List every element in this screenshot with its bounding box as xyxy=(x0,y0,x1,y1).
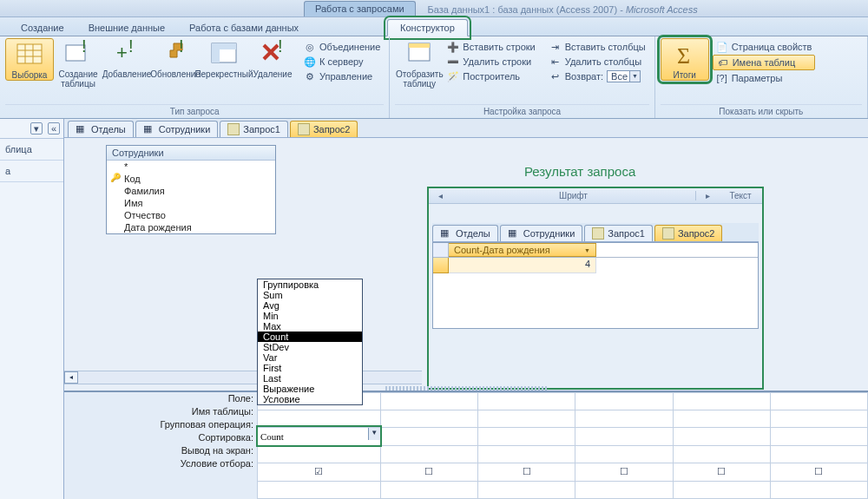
result-tab-query2[interactable]: Запрос2 xyxy=(654,225,723,241)
doc-tab-query1[interactable]: Запрос1 xyxy=(220,121,288,137)
doc-tab-otdely[interactable]: ▦Отделы xyxy=(68,121,134,137)
nav-dropdown-icon[interactable]: ▾ xyxy=(30,122,43,135)
window-title: База данных1 : база данных (Access 2007)… xyxy=(428,4,698,16)
insert-cols-button[interactable]: ⇥Вставить столбцы xyxy=(546,40,649,54)
prop-sheet-button[interactable]: 📄Страница свойств xyxy=(713,40,816,54)
tab-external-data[interactable]: Внешние данные xyxy=(76,20,177,36)
field-familia[interactable]: Фамилия xyxy=(107,185,275,197)
agg-opt-avg[interactable]: Avg xyxy=(258,300,362,311)
scroll-left-icon[interactable]: ◂ xyxy=(64,371,78,384)
delete-rows-button[interactable]: ➖Удалить строки xyxy=(444,55,538,69)
builder-button[interactable]: 🪄Построитель xyxy=(444,69,538,83)
return-combo[interactable]: Все ▼ xyxy=(607,70,641,82)
totals-button[interactable]: Σ Итоги xyxy=(661,38,709,81)
svg-text:!: ! xyxy=(278,40,283,56)
params-button[interactable]: [?]Параметры xyxy=(713,71,816,85)
result-column-header[interactable]: Count-Дата рождения▼ xyxy=(449,243,596,257)
field-star[interactable]: * xyxy=(107,161,275,173)
overflow-right-icon[interactable]: ▸ xyxy=(696,191,719,200)
groupop-input[interactable] xyxy=(259,430,379,442)
doc-tab-query2[interactable]: Запрос2 xyxy=(290,121,358,137)
result-tab-sotrudniki[interactable]: ▦Сотрудники xyxy=(500,225,583,241)
qtype-maketable-label: Создание таблицы xyxy=(56,68,101,89)
qtype-append-button[interactable]: +! Добавление xyxy=(102,38,151,79)
result-tab-query1[interactable]: Запрос1 xyxy=(584,225,653,241)
group-label-showhide: Показать или скрыть xyxy=(661,104,862,118)
qtype-union-button[interactable]: ◎Объединение xyxy=(300,40,384,54)
field-imya[interactable]: Имя xyxy=(107,197,275,209)
agg-opt-last[interactable]: Last xyxy=(258,373,362,384)
agg-opt-count[interactable]: Count xyxy=(258,332,362,342)
delete-rows-icon: ➖ xyxy=(447,56,459,68)
aggregate-dropdown-list[interactable]: Группировка Sum Avg Min Max Count StDev … xyxy=(257,279,363,405)
maketable-icon: ! xyxy=(64,40,92,68)
qtype-select-label: Выборка xyxy=(12,69,48,80)
groupop-cell[interactable]: ▼ xyxy=(258,427,381,445)
prop-sheet-label: Страница свойств xyxy=(732,42,812,52)
qtype-crosstab-button[interactable]: Перекрестный xyxy=(200,38,248,79)
agg-opt-var[interactable]: Var xyxy=(258,352,362,363)
qtype-crosstab-label: Перекрестный xyxy=(194,68,253,79)
show-checkbox[interactable]: ☐ xyxy=(673,463,770,481)
qtype-maketable-button[interactable]: ! Создание таблицы xyxy=(54,38,102,89)
agg-opt-group[interactable]: Группировка xyxy=(258,279,362,290)
agg-opt-min[interactable]: Min xyxy=(258,311,362,321)
show-checkbox[interactable]: ☐ xyxy=(478,463,575,481)
show-checkbox[interactable]: ☐ xyxy=(575,463,673,481)
qtype-delete-button[interactable]: ! Удаление xyxy=(248,38,297,79)
tab-design[interactable]: Конструктор xyxy=(387,19,468,36)
table-names-label: Имена таблиц xyxy=(733,57,796,68)
show-table-button[interactable]: Отобразить таблицу xyxy=(395,38,444,89)
qtype-datadef-button[interactable]: ⚙Управление xyxy=(300,69,384,83)
doc-tab-sotrudniki[interactable]: ▦Сотрудники xyxy=(135,121,219,137)
field-data-rozhdeniya[interactable]: Дата рождения xyxy=(107,221,275,233)
qtype-update-button[interactable]: ! Обновление xyxy=(151,38,200,79)
params-label: Параметры xyxy=(732,73,783,83)
result-tab-otdely[interactable]: ▦Отделы xyxy=(432,225,498,241)
ribbon: Выборка ! Создание таблицы +! Добавление… xyxy=(0,36,868,119)
table-names-button[interactable]: 🏷Имена таблиц xyxy=(713,55,816,70)
result-cell[interactable]: 4 xyxy=(449,258,596,273)
agg-opt-sum[interactable]: Sum xyxy=(258,290,362,300)
nav-section-1[interactable]: блица xyxy=(0,139,63,161)
show-checkbox[interactable]: ☐ xyxy=(770,463,867,481)
chevron-down-icon[interactable]: ▼ xyxy=(368,428,380,440)
show-checkbox[interactable]: ☑ xyxy=(258,463,381,481)
query-icon xyxy=(662,227,674,240)
nav-section-2[interactable]: а xyxy=(0,161,63,182)
qtype-passthrough-button[interactable]: 🌐К серверу xyxy=(300,55,384,69)
agg-opt-expr[interactable]: Выражение xyxy=(258,384,362,394)
design-grid-table[interactable]: ▼ ☑ ☐ ☐ ☐ ☐ ☐ xyxy=(257,392,868,499)
tab-create[interactable]: Создание xyxy=(9,20,76,36)
delete-cols-button[interactable]: ⇤Удалить столбцы xyxy=(546,55,649,69)
builder-icon: 🪄 xyxy=(447,70,459,82)
agg-opt-max[interactable]: Max xyxy=(258,321,362,332)
agg-opt-where[interactable]: Условие xyxy=(258,394,362,404)
overflow-left-icon[interactable]: ◂ xyxy=(429,191,451,200)
table-icon: ▦ xyxy=(508,227,520,240)
delete-rows-label: Удалить строки xyxy=(463,56,531,67)
show-table-icon xyxy=(405,40,433,68)
table-field-list[interactable]: Сотрудники * Код Фамилия Имя Отчество Да… xyxy=(106,145,276,234)
group-label-setup: Настройка запроса xyxy=(395,104,648,118)
hscroll[interactable]: ◂ xyxy=(64,371,422,384)
return-value: Все xyxy=(611,71,628,82)
select-all-corner[interactable] xyxy=(433,243,449,257)
chevron-down-icon[interactable]: ▼ xyxy=(584,247,590,253)
result-ribbon-text-label: Текст xyxy=(719,191,762,200)
return-label: Возврат: xyxy=(565,71,603,82)
row-selector[interactable] xyxy=(433,258,449,273)
show-checkbox[interactable]: ☐ xyxy=(380,463,477,481)
nav-collapse-icon[interactable]: « xyxy=(48,122,60,135)
field-kod[interactable]: Код xyxy=(107,173,275,185)
doc-tab-label: Отделы xyxy=(91,124,126,135)
agg-opt-first[interactable]: First xyxy=(258,363,362,373)
tab-dbtools[interactable]: Работа с базами данных xyxy=(177,20,311,36)
dg-label-show: Вывод на экран: xyxy=(64,444,253,457)
agg-opt-stdev[interactable]: StDev xyxy=(258,342,362,352)
field-otchestvo[interactable]: Отчество xyxy=(107,209,275,221)
title-bar: Работа с запросами База данных1 : база д… xyxy=(0,0,868,17)
qtype-select-button[interactable]: Выборка xyxy=(5,38,54,81)
workspace: ▾ « блица а ▦Отделы ▦Сотрудники Запрос1 … xyxy=(0,119,868,499)
insert-rows-button[interactable]: ➕Вставить строки xyxy=(444,40,538,54)
